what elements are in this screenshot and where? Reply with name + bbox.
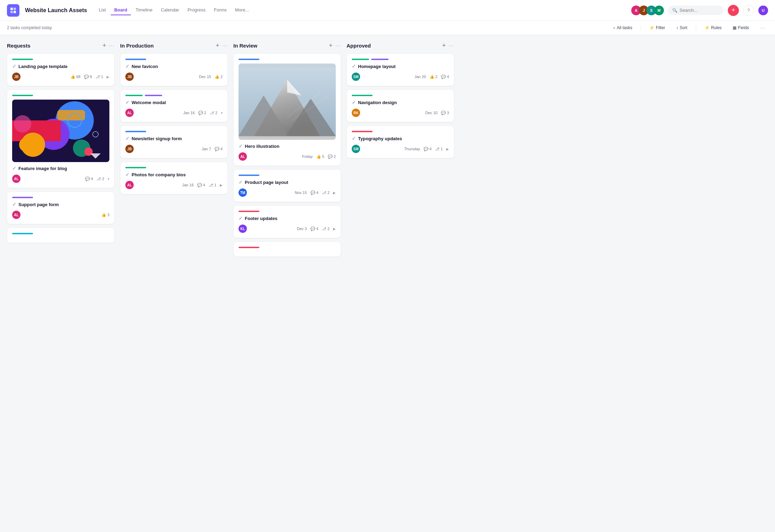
card-likes: 👍5 xyxy=(316,154,324,159)
card-photos-company-bios[interactable]: ✓ Photos for company bios AL Jan 16💬4⎇1▶ xyxy=(120,162,228,194)
expand-icon[interactable]: ▶ xyxy=(107,75,109,79)
add-card-icon[interactable]: + xyxy=(329,42,333,49)
search-box[interactable]: 🔍 xyxy=(668,6,724,15)
add-card-icon[interactable]: + xyxy=(442,42,446,49)
column-actions[interactable]: + ··· xyxy=(102,42,115,49)
column-more-icon[interactable]: ··· xyxy=(222,43,228,49)
tag-bar-1 xyxy=(352,59,369,60)
card-tag-bar xyxy=(12,59,33,60)
card-typography-updates[interactable]: ✓ Typography updates SM Thursday💬4⎇1▶ xyxy=(347,126,454,158)
card-meta: Friday👍5💬2 xyxy=(302,154,336,159)
dropdown-icon[interactable]: ▾ xyxy=(108,177,109,181)
card-likes: 👍68 xyxy=(70,75,81,79)
tab-progress[interactable]: Progress xyxy=(184,5,209,15)
card-homepage-layout[interactable]: ✓ Homepage layout SM Jan 20👍2💬4 xyxy=(347,53,454,86)
card-title: ✓ New favicon xyxy=(125,64,223,69)
rules-btn[interactable]: ⚡ Rules xyxy=(702,24,725,32)
card-support-page-form[interactable]: ✓ Support page form AL 👍3 xyxy=(7,192,115,224)
card-comments: 💬4 xyxy=(310,191,318,195)
card-partial[interactable] xyxy=(233,242,341,257)
card-tag-bar xyxy=(352,131,373,132)
card-footer: AL Friday👍5💬2 xyxy=(239,152,336,161)
svg-rect-3 xyxy=(14,11,16,13)
comment-icon: 💬 xyxy=(441,75,446,79)
card-tag-bar xyxy=(125,131,146,132)
column-actions[interactable]: + ··· xyxy=(329,42,341,49)
card-avatar: KL xyxy=(239,225,247,233)
tab-list[interactable]: List xyxy=(95,5,109,15)
svg-rect-2 xyxy=(10,11,13,13)
card-footer-updates[interactable]: ✓ Footer updates KL Dec 3💬4⎇2▶ xyxy=(233,205,341,238)
card-meta: 👍3 xyxy=(101,213,109,217)
add-button[interactable]: + xyxy=(728,5,739,16)
all-tasks-btn[interactable]: ○ All tasks xyxy=(610,24,635,32)
add-card-icon[interactable]: + xyxy=(216,42,219,49)
tab-calendar[interactable]: Calendar xyxy=(157,5,183,15)
card-partial[interactable] xyxy=(7,228,115,243)
card-date: Jan 7 xyxy=(202,147,211,151)
card-title: ✓ Support page form xyxy=(12,202,109,207)
dropdown-icon[interactable]: ▾ xyxy=(221,111,223,115)
expand-icon[interactable]: ▶ xyxy=(333,227,336,231)
expand-icon[interactable]: ▶ xyxy=(220,183,223,187)
check-icon: ✓ xyxy=(239,179,243,185)
thumbs-up-icon: 👍 xyxy=(70,75,75,79)
card-navigation-design[interactable]: ✓ Navigation design RK Dec 10💬3 xyxy=(347,90,454,122)
column-header: In Production + ··· xyxy=(120,42,228,49)
tag-bar-1 xyxy=(125,95,143,96)
app-title: Website Launch Assets xyxy=(25,7,87,14)
tab-timeline[interactable]: Timeline xyxy=(132,5,156,15)
column-actions[interactable]: + ··· xyxy=(442,42,454,49)
svg-rect-13 xyxy=(19,138,40,152)
search-input[interactable] xyxy=(680,8,719,13)
card-new-favicon[interactable]: ✓ New favicon JB Dec 15👍2 xyxy=(120,53,228,86)
tab-forms[interactable]: Forms xyxy=(210,5,230,15)
comment-icon: 💬 xyxy=(85,177,90,181)
tag-bar-2 xyxy=(145,95,162,96)
card-subtasks: ⎇2 xyxy=(322,191,330,195)
expand-icon[interactable]: ▶ xyxy=(446,147,449,151)
card-newsletter-signup[interactable]: ✓ Newsletter signup form JB Jan 7💬4 xyxy=(120,126,228,158)
rules-icon: ⚡ xyxy=(705,25,710,30)
column-title: Requests xyxy=(7,43,100,49)
fields-btn[interactable]: ▦ Fields xyxy=(730,24,752,32)
check-icon: ✓ xyxy=(125,64,130,69)
nav-tabs: List Board Timeline Calendar Progress Fo… xyxy=(95,5,253,15)
card-subtasks: ⎇2 xyxy=(322,227,330,231)
tab-board[interactable]: Board xyxy=(111,5,131,15)
card-avatar: AL xyxy=(125,181,134,189)
card-hero-illustration[interactable]: ✓ Hero illustration AL Friday👍5💬2 xyxy=(233,53,341,166)
card-avatar: SM xyxy=(352,145,360,153)
column-title: Approved xyxy=(347,43,439,49)
check-icon: ✓ xyxy=(352,136,356,141)
expand-icon[interactable]: ▶ xyxy=(333,191,336,195)
card-feature-image[interactable]: ✓ Feature image for blog AL 💬4⎇2▾ xyxy=(7,90,115,188)
card-welcome-modal[interactable]: ✓ Welcome modal AL Jan 16💬2⎇2▾ xyxy=(120,90,228,122)
column-more-icon[interactable]: ··· xyxy=(109,43,115,49)
check-icon: ✓ xyxy=(12,166,16,171)
user-avatar[interactable]: U xyxy=(758,6,768,15)
card-meta: 💬4⎇2▾ xyxy=(85,177,109,181)
card-title: ✓ Navigation design xyxy=(352,100,449,105)
add-card-icon[interactable]: + xyxy=(102,42,106,49)
filter-btn[interactable]: ⚡ Filter xyxy=(647,24,668,32)
comment-icon: 💬 xyxy=(215,147,219,151)
tab-more[interactable]: More... xyxy=(232,5,252,15)
column-actions[interactable]: + ··· xyxy=(216,42,228,49)
card-meta: Dec 10💬3 xyxy=(425,111,449,115)
more-options-btn[interactable]: ··· xyxy=(757,24,768,32)
card-tag-bar xyxy=(12,95,33,96)
card-subtasks: ⎇1 xyxy=(435,147,443,151)
card-tag-bar xyxy=(12,233,33,234)
card-title: ✓ Landing page template xyxy=(12,64,109,69)
sort-btn[interactable]: ↕ Sort xyxy=(674,24,690,32)
card-product-page-layout[interactable]: ✓ Product page layout TM Nov 15💬4⎇2▶ xyxy=(233,169,341,202)
column-more-icon[interactable]: ··· xyxy=(449,43,454,49)
card-footer: AL Jan 16💬4⎇1▶ xyxy=(125,181,223,189)
card-title: ✓ Typography updates xyxy=(352,136,449,141)
card-landing-page-template[interactable]: ✓ Landing page template JB 👍68💬8⎇1▶ xyxy=(7,53,115,86)
column-more-icon[interactable]: ··· xyxy=(335,43,341,49)
card-comments: 💬4 xyxy=(441,75,449,79)
help-button[interactable]: ? xyxy=(743,5,754,16)
card-tag-bar xyxy=(239,59,259,60)
